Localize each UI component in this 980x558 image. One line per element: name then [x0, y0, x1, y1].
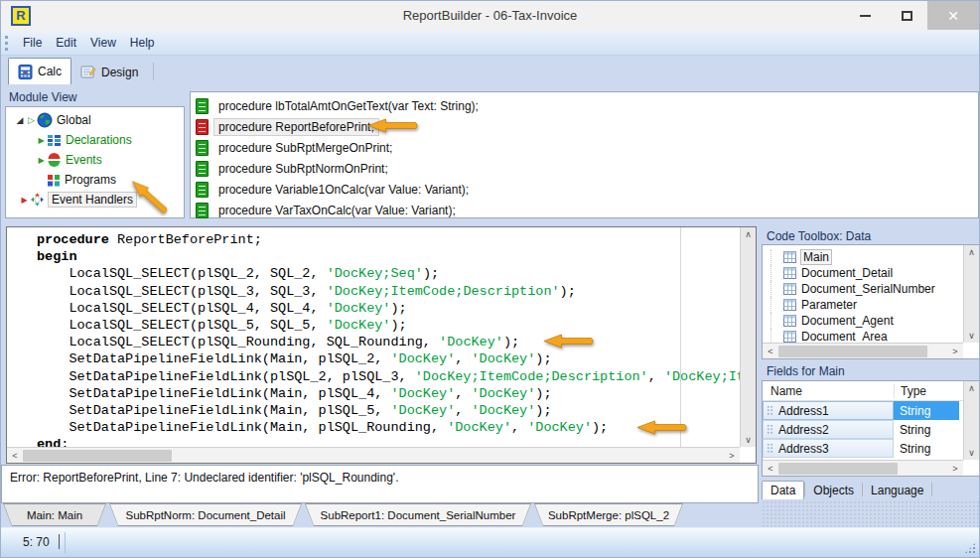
toolbox-item[interactable]: Document_Agent [770, 313, 963, 329]
menu-help[interactable]: Help [123, 33, 162, 53]
fields-panel: Name Type Address1 String Address2 Strin… [762, 380, 980, 477]
tree-node-event-handlers-label: Event Handlers [49, 193, 136, 207]
tab-language[interactable]: Language [863, 482, 931, 499]
right-margin-line [680, 227, 681, 447]
scroll-left-icon[interactable]: < [763, 464, 778, 474]
toolbox-item[interactable]: Document_Detail [770, 265, 963, 281]
scroll-down-icon[interactable]: ∨ [968, 446, 975, 460]
maximize-icon [902, 11, 912, 21]
scroll-up-icon[interactable]: ∧ [968, 381, 975, 395]
field-row[interactable]: Address2 String [763, 420, 963, 439]
doc-tab-subrptnorm[interactable]: SubRptNorm: Document_Detail [109, 503, 302, 526]
procedure-item[interactable]: procedure Variable1OnCalc(var Value: Var… [191, 179, 978, 200]
code-editor-text[interactable]: procedure ReportBeforePrint;begin LocalS… [7, 227, 740, 447]
code-vertical-scrollbar[interactable]: ∧ ∨ [740, 227, 756, 447]
green-script-icon [196, 98, 209, 114]
calculator-icon [18, 65, 33, 79]
resize-grip-icon[interactable] [964, 542, 976, 554]
tree-node-global-label: Global [57, 113, 91, 127]
toolbox-item-main[interactable]: Main [770, 249, 963, 265]
drag-grip-icon[interactable] [767, 443, 773, 454]
table-icon [783, 315, 796, 327]
tab-objects[interactable]: Objects [805, 482, 862, 499]
tree-node-events[interactable]: ▶ Events [6, 150, 184, 170]
toolbox-item[interactable]: Document_Area [770, 329, 963, 343]
toolbox-horizontal-scrollbar[interactable]: < > [763, 343, 963, 358]
tab-design[interactable]: Design [71, 60, 147, 84]
main-tab-bar: Calc Design [1, 56, 979, 84]
tree-node-global[interactable]: ◢ ▷ Global [6, 110, 184, 130]
toolbar-grip-icon [5, 36, 8, 51]
menu-view[interactable]: View [83, 33, 123, 53]
tab-design-label: Design [101, 66, 138, 79]
expanded-triangle-icon[interactable]: ◢ [14, 115, 26, 125]
fields-panel-title: Fields for Main [767, 364, 845, 378]
expand-arrow-icon[interactable]: ▶ [36, 136, 47, 145]
scrollbar-thumb[interactable] [778, 463, 898, 475]
drag-grip-icon[interactable] [767, 405, 773, 416]
scroll-right-icon[interactable]: > [724, 451, 740, 461]
scroll-left-icon[interactable]: < [763, 347, 778, 356]
expand-arrow-icon[interactable]: ▶ [19, 196, 30, 205]
scrollbar-thumb[interactable] [23, 450, 172, 462]
scroll-right-icon[interactable]: > [947, 464, 963, 474]
tree-node-programs[interactable]: Programs [6, 170, 184, 190]
panel-texture [762, 500, 980, 527]
field-row-selected[interactable]: Address1 String [763, 401, 963, 420]
fields-horizontal-scrollbar[interactable]: < > [763, 460, 963, 476]
scroll-down-icon[interactable]: ∨ [968, 329, 975, 343]
tab-data[interactable]: Data [762, 481, 804, 499]
error-message-bar: Error: ReportBeforePrint, Line 7: Undecl… [1, 465, 759, 503]
status-bar: 5: 70 [1, 527, 979, 557]
table-icon [783, 267, 796, 279]
procedure-item[interactable]: procedure lbTotalAmtOnGetText(var Text: … [191, 95, 978, 116]
title-bar: R ReportBuilder - 06-Tax-Invoice ✕ [1, 1, 979, 31]
reportbuilder-window: R ReportBuilder - 06-Tax-Invoice ✕ File … [0, 0, 980, 558]
procedure-item-selected[interactable]: procedure ReportBeforePrint; [191, 116, 978, 137]
text-caret [59, 534, 60, 549]
minimize-icon [860, 15, 871, 17]
tree-node-declarations[interactable]: ▶ Declarations [6, 130, 184, 150]
scroll-up-icon[interactable]: ∧ [745, 227, 752, 241]
scroll-up-icon[interactable]: ∧ [968, 245, 975, 259]
close-button[interactable]: ✕ [927, 1, 979, 30]
code-horizontal-scrollbar[interactable]: < > [7, 447, 740, 463]
tab-calc[interactable]: Calc [8, 58, 71, 84]
table-icon [783, 283, 796, 295]
menu-bar: File Edit View Help [1, 31, 979, 56]
expand-arrow-icon[interactable]: ▷ [26, 115, 37, 125]
fields-vertical-scrollbar[interactable]: ∧ ∨ [963, 381, 979, 460]
scroll-down-icon[interactable]: ∨ [745, 433, 752, 447]
toolbox-vertical-scrollbar[interactable]: ∧ ∨ [963, 245, 979, 343]
drag-grip-icon[interactable] [767, 424, 773, 435]
expand-arrow-icon[interactable]: ▶ [36, 156, 47, 165]
events-icon [47, 153, 62, 167]
tab-calc-label: Calc [38, 65, 62, 78]
code-toolbox-title: Code Toolbox: Data [767, 229, 871, 243]
scrollbar-thumb[interactable] [778, 346, 927, 357]
green-script-icon [196, 161, 209, 177]
toolbox-item[interactable]: Document_SerialNumber [770, 281, 963, 297]
maximize-button[interactable] [886, 1, 927, 30]
procedure-item[interactable]: procedure SubRptMergeOnPrint; [191, 137, 978, 158]
toolbox-tab-bar: Data Objects Language [762, 478, 980, 499]
menu-edit[interactable]: Edit [49, 33, 83, 53]
column-type[interactable]: Type [894, 384, 959, 398]
programs-icon [47, 174, 61, 187]
doc-tab-subrptmerge[interactable]: SubRptMerge: plSQL_2 [534, 503, 683, 526]
minimize-button[interactable] [844, 1, 886, 30]
scroll-right-icon[interactable]: > [947, 347, 963, 356]
tab-separator [153, 63, 154, 80]
doc-tab-main[interactable]: Main: Main [3, 503, 106, 526]
procedure-item[interactable]: procedure VarTaxOnCalc(var Value: Varian… [191, 200, 978, 220]
column-name[interactable]: Name [763, 384, 894, 398]
scroll-left-icon[interactable]: < [7, 451, 23, 461]
field-row[interactable]: Address3 String [763, 439, 963, 458]
doc-tab-subreport1[interactable]: SubReport1: Document_SerialNumber [305, 503, 531, 526]
menu-file[interactable]: File [16, 33, 49, 53]
pointer-arrow-fieldlink-rounding [624, 419, 703, 436]
table-icon [783, 299, 796, 311]
toolbox-item[interactable]: Parameter [770, 297, 963, 313]
procedure-item[interactable]: procedure SubRptNormOnPrint; [191, 158, 978, 179]
cursor-position: 5: 70 [23, 535, 50, 549]
